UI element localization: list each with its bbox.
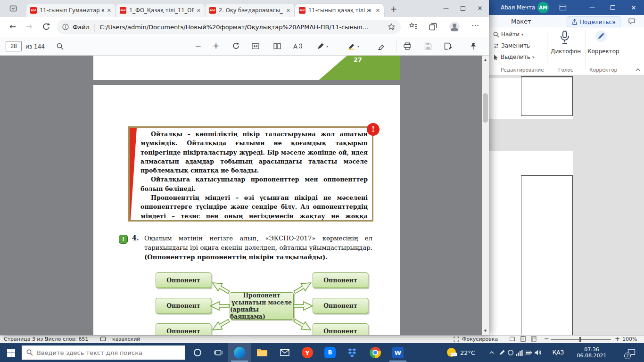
add-favorite-icon[interactable] (388, 23, 395, 31)
edge-close-button[interactable]: ✕ (471, 0, 488, 16)
status-focus[interactable]: Фокусировка (462, 336, 498, 342)
proofing-book-icon[interactable] (100, 337, 106, 342)
replace-button[interactable]: Заменить (493, 42, 530, 49)
edge-maximize-button[interactable] (454, 0, 471, 16)
taskbar-search-box[interactable] (22, 346, 185, 360)
draw-pen-icon[interactable] (317, 42, 324, 50)
cortana-icon[interactable] (188, 343, 207, 362)
task-view-icon[interactable] (208, 343, 228, 362)
find-button[interactable]: Найти▾ (493, 31, 523, 38)
weather-temperature[interactable]: 22°C (460, 349, 475, 356)
browser-tab[interactable]: PDF 11-сынып Гуманитар к ✕ (26, 4, 115, 17)
onedrive-icon[interactable] (507, 349, 514, 356)
file-info-icon[interactable] (62, 24, 69, 30)
settings-menu-icon[interactable]: ⋯ (471, 21, 479, 30)
taskbar-vk-button[interactable]: B (319, 343, 341, 362)
avatar[interactable]: AM (537, 2, 549, 13)
taskbar-edge-button[interactable] (228, 343, 251, 362)
tab-close-icon[interactable]: ✕ (107, 8, 111, 14)
taskbar-word-button[interactable]: W (387, 343, 409, 362)
network-icon[interactable] (516, 349, 523, 356)
volume-icon[interactable] (534, 349, 541, 356)
browser-tab[interactable]: PDF 2. Оқу бағдарламасы_ ✕ (206, 4, 294, 17)
page-number-input[interactable] (6, 41, 22, 51)
highlighter-dropdown-icon[interactable]: ▾ (357, 44, 359, 49)
tab-close-icon[interactable]: ✕ (197, 8, 201, 14)
word-close-button[interactable]: ✕ (623, 0, 644, 15)
print-icon[interactable] (404, 42, 411, 50)
weather-icon[interactable] (447, 348, 456, 359)
tab-close-icon[interactable]: ✕ (286, 8, 290, 14)
taskbar-dropbox-button[interactable] (341, 343, 364, 362)
word-minimize-button[interactable]: — (582, 0, 603, 15)
stylus-icon[interactable] (499, 349, 505, 356)
zoom-out-button[interactable]: − (544, 335, 549, 342)
print-layout-icon[interactable] (520, 336, 526, 342)
word-restore-button[interactable] (603, 0, 623, 15)
back-button[interactable]: ← (9, 22, 16, 31)
language-indicator[interactable]: ҚАЗ (549, 343, 568, 362)
scroll-up-icon[interactable]: ▲ (482, 57, 489, 63)
taskbar-yandex-button[interactable]: Y (296, 343, 319, 362)
word-user-name[interactable]: Абая Мечта (501, 4, 535, 11)
zoom-in-button[interactable]: + (615, 335, 620, 342)
scroll-down-icon[interactable]: ▼ (482, 328, 489, 334)
ribbon-tab-layout[interactable]: Макет (511, 18, 531, 25)
collapse-ribbon-icon[interactable] (636, 68, 640, 72)
action-center-button[interactable]: 2 (619, 343, 644, 362)
tray-expand-icon[interactable] (489, 351, 494, 354)
status-zoom-level[interactable]: 100% (622, 336, 637, 342)
refresh-button[interactable] (42, 23, 50, 31)
word-page-fragment (489, 78, 573, 119)
zoom-in-icon[interactable]: + (210, 40, 222, 51)
address-bar[interactable]: Файл | C:/Users/admin/Documents/Новый%20… (57, 20, 401, 34)
focus-icon[interactable] (454, 337, 459, 342)
tab-menu-icon[interactable] (9, 5, 17, 12)
draw-pen-dropdown-icon[interactable]: ▾ (326, 44, 328, 49)
scrollbar-thumb[interactable] (483, 93, 488, 123)
edge-minimize-button[interactable]: — (438, 0, 454, 16)
save-icon[interactable] (424, 42, 432, 50)
profile-avatar-icon[interactable] (449, 21, 460, 33)
pdf-scrollbar[interactable]: ▲ ▼ (482, 56, 489, 335)
share-button[interactable]: Поделиться (567, 16, 620, 27)
pin-toolbar-icon[interactable] (470, 42, 477, 50)
rotate-icon[interactable] (232, 42, 239, 50)
clock[interactable]: 07:36 06.08.2021 (571, 346, 612, 359)
new-tab-button[interactable]: + (388, 4, 399, 14)
eraser-icon[interactable] (377, 42, 385, 50)
highlighter-icon[interactable] (348, 42, 355, 50)
browser-tab[interactable]: PDF 1_ФО_Қазақ тілі_11_ОР ✕ (116, 4, 205, 17)
comments-icon[interactable] (628, 18, 636, 25)
dictate-label[interactable]: Диктофон (551, 48, 581, 55)
zoom-slider-thumb[interactable] (579, 337, 581, 342)
taskbar-chrome-button[interactable] (364, 343, 387, 362)
tab-close-icon[interactable]: ✕ (376, 8, 380, 14)
favorites-icon[interactable] (409, 23, 418, 30)
zoom-out-icon[interactable]: − (192, 40, 204, 51)
select-button[interactable]: Выделить▾ (493, 54, 534, 60)
ribbon-display-options-icon[interactable] (559, 4, 567, 11)
status-language[interactable]: казахский (112, 336, 140, 342)
browser-tab-active[interactable]: PDF 11-сынып қазақ тілі ж ✕ (295, 4, 384, 17)
collections-icon[interactable] (429, 23, 437, 31)
search-input[interactable] (37, 349, 180, 356)
start-button[interactable] (0, 343, 22, 362)
web-layout-icon[interactable] (531, 336, 537, 342)
pdf-viewport[interactable]: 27 Ойталқы – көпшіліктің пікір таластыру… (0, 56, 489, 335)
read-aloud-icon[interactable]: A (293, 42, 303, 50)
save-as-icon[interactable] (444, 42, 452, 50)
status-word-count[interactable]: Число слов: 651 (45, 336, 89, 342)
pdf-search-icon[interactable] (57, 43, 64, 50)
editor-label[interactable]: Корректор (587, 48, 615, 55)
taskbar-mail-button[interactable] (273, 343, 296, 362)
read-mode-icon[interactable] (509, 337, 515, 342)
battery-icon[interactable] (525, 349, 532, 356)
taskbar-explorer-button[interactable] (251, 343, 273, 362)
dictate-icon[interactable] (559, 30, 570, 45)
status-page-info[interactable]: Страница 3 из 9 (4, 336, 48, 342)
page-view-icon[interactable] (273, 42, 281, 50)
editor-icon[interactable] (595, 30, 607, 42)
forward-button[interactable]: → (25, 22, 32, 31)
fit-width-icon[interactable] (252, 42, 259, 50)
